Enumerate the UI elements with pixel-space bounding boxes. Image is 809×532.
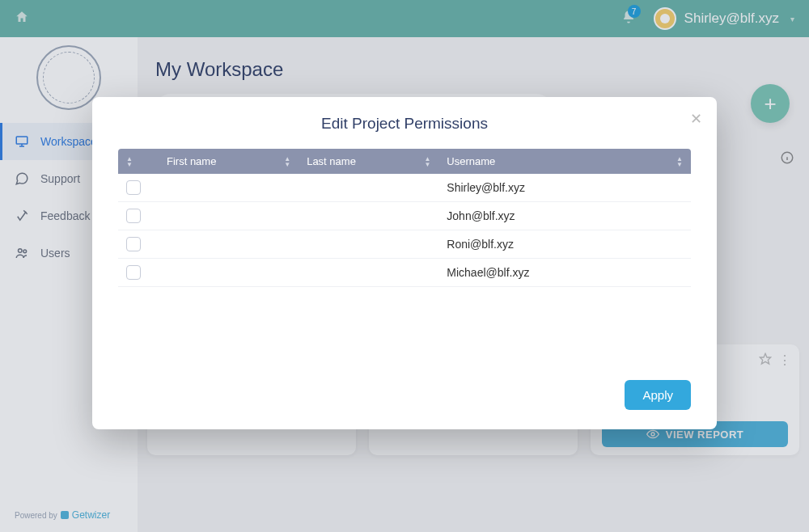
row-checkbox[interactable] bbox=[126, 180, 141, 195]
sort-icon: ▲▼ bbox=[284, 156, 290, 167]
table-header-row: ▲▼ First name▲▼ Last name▲▼ Username▲▼ bbox=[118, 149, 691, 174]
cell-firstname bbox=[159, 230, 299, 258]
row-checkbox[interactable] bbox=[126, 209, 141, 223]
permissions-table: ▲▼ First name▲▼ Last name▲▼ Username▲▼ S… bbox=[118, 149, 691, 356]
row-checkbox[interactable] bbox=[126, 237, 141, 251]
cell-username: Michael@blf.xyz bbox=[438, 259, 691, 286]
cell-firstname bbox=[159, 174, 299, 201]
row-checkbox[interactable] bbox=[126, 265, 141, 280]
table-row: Roni@blf.xyz bbox=[118, 230, 691, 259]
cell-lastname bbox=[299, 174, 438, 201]
sort-icon: ▲▼ bbox=[676, 156, 683, 167]
sort-icon: ▲▼ bbox=[424, 156, 430, 167]
cell-username: John@blf.xyz bbox=[438, 202, 691, 230]
cell-username: Shirley@blf.xyz bbox=[438, 174, 691, 201]
cell-lastname bbox=[299, 202, 438, 230]
table-row: Michael@blf.xyz bbox=[118, 259, 691, 287]
cell-username: Roni@blf.xyz bbox=[438, 230, 691, 258]
col-checkbox[interactable]: ▲▼ bbox=[118, 149, 159, 174]
edit-permissions-modal: ✕ Edit Project Permissions ▲▼ First name… bbox=[92, 97, 717, 429]
col-firstname[interactable]: First name▲▼ bbox=[159, 149, 299, 174]
close-icon[interactable]: ✕ bbox=[690, 110, 702, 128]
cell-lastname bbox=[299, 259, 438, 286]
cell-firstname bbox=[159, 202, 299, 230]
modal-title: Edit Project Permissions bbox=[118, 115, 691, 133]
modal-backdrop[interactable]: ✕ Edit Project Permissions ▲▼ First name… bbox=[0, 0, 809, 532]
table-row: John@blf.xyz bbox=[118, 202, 691, 230]
cell-lastname bbox=[299, 230, 438, 258]
sort-icon: ▲▼ bbox=[126, 156, 133, 167]
apply-button[interactable]: Apply bbox=[625, 380, 691, 410]
col-lastname[interactable]: Last name▲▼ bbox=[299, 149, 438, 174]
cell-firstname bbox=[159, 259, 299, 286]
table-row: Shirley@blf.xyz bbox=[118, 174, 691, 202]
col-username[interactable]: Username▲▼ bbox=[438, 149, 691, 174]
